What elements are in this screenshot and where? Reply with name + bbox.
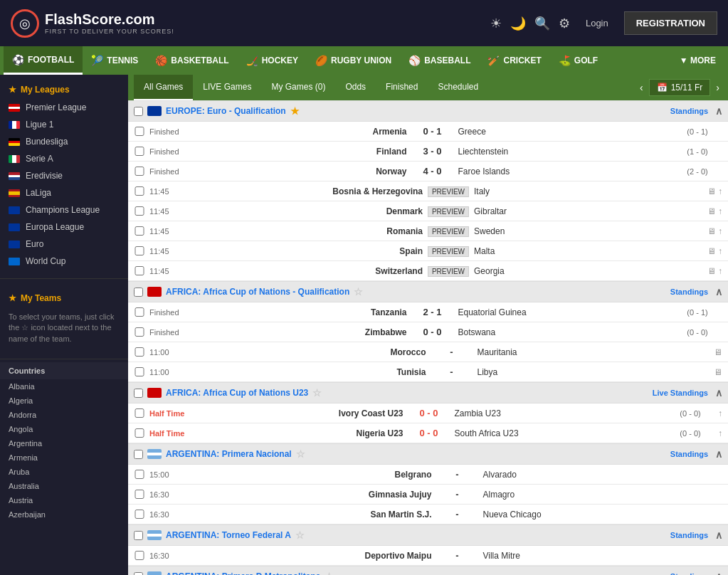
collapse-primera-d[interactable]: ∧ <box>715 571 722 575</box>
league-star-africa[interactable]: ☆ <box>354 286 363 297</box>
preview-button[interactable]: PREVIEW <box>428 186 469 197</box>
sidebar-item-laliga[interactable]: LaLiga <box>0 184 128 201</box>
date-prev-button[interactable]: ‹ <box>637 82 646 93</box>
preview-button[interactable]: PREVIEW <box>428 206 469 217</box>
match-checkbox[interactable] <box>134 226 145 236</box>
sidebar-item-world-cup[interactable]: World Cup <box>0 253 128 270</box>
league-star-africa-u23[interactable]: ☆ <box>312 387 322 399</box>
league-name-argentina-federal[interactable]: ARGENTINA: Torneo Federal A <box>166 530 291 540</box>
league-header-europe-euro-qual[interactable]: EUROPE: Euro - Qualification ★ Standings… <box>128 100 728 122</box>
collapse-europe[interactable]: ∧ <box>715 105 722 117</box>
match-checkbox[interactable] <box>134 266 145 275</box>
league-star-federal[interactable]: ☆ <box>295 529 305 541</box>
preview-button[interactable]: PREVIEW <box>428 246 469 257</box>
match-checkbox[interactable] <box>134 327 145 337</box>
tab-finished[interactable]: Finished <box>376 75 428 100</box>
nav-item-hockey[interactable]: 🏒 HOCKEY <box>238 46 307 75</box>
league-header-africa-afcon[interactable]: AFRICA: Africa Cup of Nations - Qualific… <box>128 281 728 302</box>
sidebar-item-eredivisie[interactable]: Eredivisie <box>0 167 128 184</box>
standings-link-africa-afcon[interactable]: Standings <box>670 288 708 296</box>
standings-link-primera-d[interactable]: Standings <box>670 572 708 575</box>
match-checkbox[interactable] <box>134 347 145 357</box>
login-button[interactable]: Login <box>579 14 616 33</box>
registration-button[interactable]: REGISTRATION <box>624 11 717 35</box>
match-checkbox[interactable] <box>134 510 145 519</box>
match-checkbox[interactable] <box>134 367 145 376</box>
league-name-europe-euro-qual[interactable]: EUROPE: Euro - Qualification <box>166 106 286 116</box>
country-austria[interactable]: Austria <box>0 493 128 507</box>
logo[interactable]: ◎ FlashScore.com FIRST TO DELIVER YOUR S… <box>11 9 174 38</box>
nav-item-basketball[interactable]: 🏀 BASKETBALL <box>147 46 237 75</box>
league-checkbox[interactable] <box>134 572 143 576</box>
league-name-africa-afcon[interactable]: AFRICA: Africa Cup of Nations - Qualific… <box>166 287 349 297</box>
country-aruba[interactable]: Aruba <box>0 465 128 479</box>
match-checkbox[interactable] <box>134 428 145 438</box>
match-checkbox[interactable] <box>134 186 145 196</box>
preview-button[interactable]: PREVIEW <box>428 266 469 277</box>
league-name-africa-u23[interactable]: AFRICA: Africa Cup of Nations U23 <box>166 388 308 398</box>
country-algeria[interactable]: Algeria <box>0 394 128 408</box>
collapse-africa-u23[interactable]: ∧ <box>715 387 722 399</box>
search-icon[interactable]: 🔍 <box>534 16 550 31</box>
tab-odds[interactable]: Odds <box>335 75 376 100</box>
sidebar-item-champions-league[interactable]: Champions League <box>0 201 128 218</box>
preview-button[interactable]: PREVIEW <box>428 226 469 237</box>
date-next-button[interactable]: › <box>713 82 722 93</box>
sidebar-item-euro[interactable]: Euro <box>0 236 128 253</box>
nav-item-baseball[interactable]: ⚾ BASEBALL <box>400 46 479 75</box>
country-azerbaijan[interactable]: Azerbaijan <box>0 507 128 522</box>
league-header-africa-u23[interactable]: AFRICA: Africa Cup of Nations U23 ☆ Live… <box>128 382 728 403</box>
match-checkbox[interactable] <box>134 147 145 156</box>
match-checkbox[interactable] <box>134 167 145 176</box>
match-checkbox[interactable] <box>134 408 145 418</box>
country-argentina[interactable]: Argentina <box>0 436 128 450</box>
collapse-federal[interactable]: ∧ <box>715 529 722 541</box>
moon-icon[interactable]: 🌙 <box>510 16 526 31</box>
league-checkbox[interactable] <box>134 389 143 398</box>
match-checkbox[interactable] <box>134 127 145 136</box>
settings-icon[interactable]: ⚙ <box>559 16 570 31</box>
sun-icon[interactable]: ☀ <box>490 16 502 31</box>
collapse-africa-afcon[interactable]: ∧ <box>715 286 722 297</box>
country-australia[interactable]: Australia <box>0 479 128 493</box>
sidebar-item-ligue1[interactable]: Ligue 1 <box>0 116 128 133</box>
league-star-europe[interactable]: ★ <box>290 105 300 117</box>
sidebar-item-bundesliga[interactable]: Bundesliga <box>0 133 128 150</box>
standings-link-argentina[interactable]: Standings <box>670 450 708 458</box>
league-checkbox[interactable] <box>134 531 143 540</box>
tab-live-games[interactable]: LIVE Games <box>193 75 261 100</box>
nav-item-tennis[interactable]: 🎾 TENNIS <box>83 46 147 75</box>
league-header-argentina-primera-d[interactable]: ARGENTINA: Primera D Metropolitana ☆ Sta… <box>128 566 728 575</box>
league-header-argentina-federal[interactable]: ARGENTINA: Torneo Federal A ☆ Standings … <box>128 524 728 546</box>
league-star-primera-d[interactable]: ☆ <box>325 571 334 575</box>
match-checkbox[interactable] <box>134 307 145 317</box>
league-header-argentina-primera[interactable]: ARGENTINA: Primera Nacional ☆ Standings … <box>128 443 728 465</box>
nav-item-football[interactable]: ⚽ FOOTBALL <box>4 46 83 75</box>
tab-all-games[interactable]: All Games <box>134 75 193 100</box>
tab-scheduled[interactable]: Scheduled <box>428 75 488 100</box>
nav-item-rugby[interactable]: 🏉 RUGBY UNION <box>307 46 400 75</box>
league-name-argentina-primera-d[interactable]: ARGENTINA: Primera D Metropolitana <box>166 571 320 575</box>
match-checkbox[interactable] <box>134 490 145 499</box>
standings-link-europe[interactable]: Standings <box>670 107 708 115</box>
country-armenia[interactable]: Armenia <box>0 450 128 465</box>
tab-my-games[interactable]: My Games (0) <box>261 75 335 100</box>
sidebar-item-serie-a[interactable]: Serie A <box>0 150 128 167</box>
match-checkbox[interactable] <box>134 246 145 255</box>
nav-item-cricket[interactable]: 🏏 CRICKET <box>479 46 549 75</box>
league-checkbox[interactable] <box>134 450 143 459</box>
nav-item-more[interactable]: ▼ MORE <box>671 46 724 75</box>
league-checkbox[interactable] <box>134 288 143 297</box>
country-angola[interactable]: Angola <box>0 422 128 436</box>
country-albania[interactable]: Albania <box>0 379 128 394</box>
match-checkbox[interactable] <box>134 206 145 216</box>
match-checkbox[interactable] <box>134 551 145 560</box>
standings-link-africa-u23[interactable]: Live Standings <box>653 389 708 397</box>
standings-link-federal[interactable]: Standings <box>670 531 708 539</box>
league-name-argentina-primera[interactable]: ARGENTINA: Primera Nacional <box>166 449 292 459</box>
nav-item-golf[interactable]: ⛳ GOLF <box>550 46 606 75</box>
match-checkbox[interactable] <box>134 470 145 479</box>
sidebar-item-europa-league[interactable]: Europa League <box>0 218 128 236</box>
league-checkbox[interactable] <box>134 107 143 116</box>
collapse-argentina[interactable]: ∧ <box>715 448 722 460</box>
